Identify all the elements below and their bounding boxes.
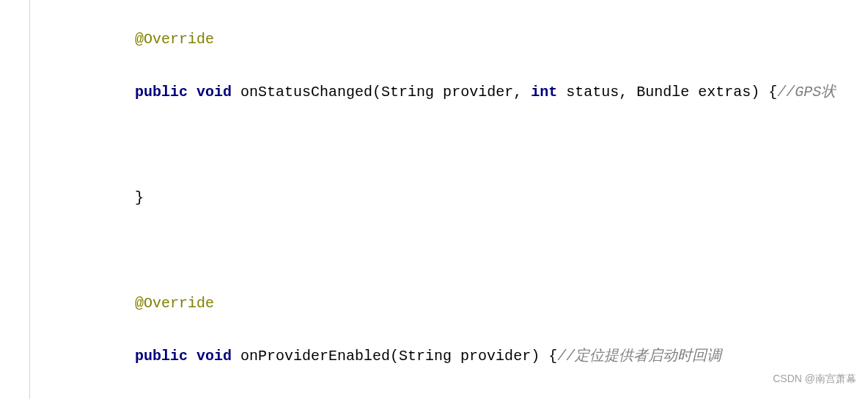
annotation: @Override	[135, 295, 214, 312]
method-sig: onProviderEnabled(String provider) {	[232, 348, 557, 365]
code-line	[100, 238, 868, 264]
code-line	[100, 396, 868, 399]
code-block: @Override public void onStatusChanged(St…	[0, 0, 868, 399]
code-line: public void onStatusChanged(String provi…	[100, 79, 868, 106]
comment: //定位提供者启动时回调	[557, 348, 721, 365]
method-sig: onStatusChanged(String provider,	[240, 84, 531, 100]
code-line: }	[100, 185, 868, 211]
keyword: void	[196, 84, 232, 100]
watermark-label: CSDN @南宫萧幕	[773, 365, 856, 392]
annotation: @Override	[135, 31, 214, 48]
keyword: void	[196, 348, 232, 365]
code-line	[100, 132, 868, 158]
keyword: int	[531, 84, 557, 100]
code-line: public void onProviderEnabled(String pro…	[100, 343, 868, 370]
keyword: public	[135, 84, 188, 100]
keyword: public	[135, 348, 188, 365]
editor-gutter-line	[29, 0, 30, 399]
code-line: @Override	[100, 290, 868, 317]
code-line: @Override	[100, 26, 868, 53]
comment: //GPS状	[777, 84, 836, 100]
